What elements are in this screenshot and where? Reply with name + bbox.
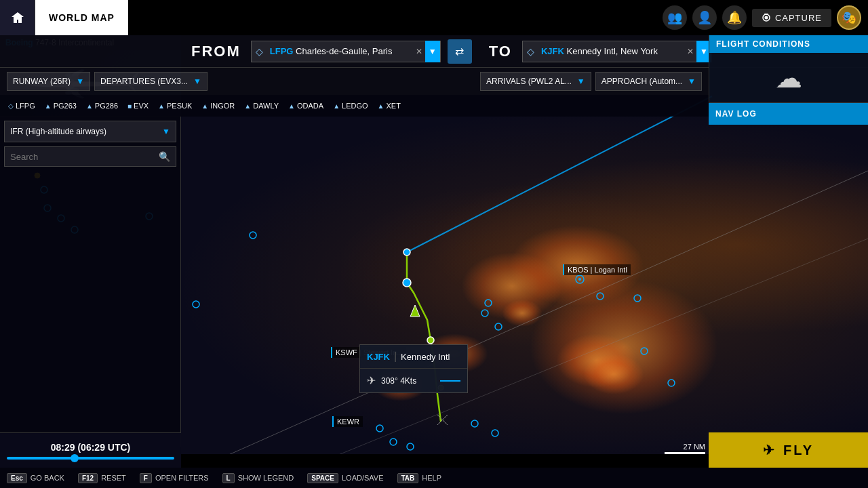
svg-point-32: [641, 348, 648, 354]
world-map-tab[interactable]: WORLD MAP: [35, 0, 128, 35]
waypoint-label: PESUK: [167, 102, 192, 110]
fly-button[interactable]: ✈ FLY: [709, 432, 868, 468]
svg-point-31: [634, 295, 641, 302]
kbos-label: KBOS | Logan Intl: [563, 264, 631, 275]
waypoint-item[interactable]: ▲LEDGO: [329, 100, 372, 111]
hotkey-item: SPACELOAD/SAVE: [307, 473, 383, 483]
search-input[interactable]: [10, 152, 159, 162]
hotkey-label: RESET: [101, 474, 126, 482]
avatar[interactable]: 🎭: [837, 5, 861, 30]
wind-plane-icon: ✈: [367, 374, 376, 387]
hotkey-item: EscGO BACK: [7, 473, 64, 483]
waypoint-label: EVX: [134, 102, 149, 110]
svg-line-7: [136, 171, 868, 454]
time-handle[interactable]: [71, 454, 79, 462]
hotkey-label: SHOW LEGEND: [238, 474, 294, 482]
waypoint-icon: ◇: [8, 102, 14, 110]
cloud-icon: ☁: [775, 62, 802, 94]
waypoint-icon: ▲: [288, 102, 295, 110]
waypoint-item[interactable]: ▲PG263: [41, 100, 81, 111]
waypoint-item[interactable]: ▲PG286: [82, 100, 122, 111]
hotkey-key: F12: [78, 473, 98, 483]
waypoint-icon: ▲: [86, 102, 93, 110]
waypoints-bar: ◇LFPG▲PG263▲PG286■EVX▲PESUK▲INGOR▲DAWLY▲…: [0, 95, 709, 117]
svg-point-36: [407, 443, 414, 450]
svg-line-9: [407, 96, 712, 252]
waypoint-label: PG263: [54, 102, 77, 110]
nm-scale: 27 NM: [665, 443, 705, 454]
hotkey-key: Esc: [7, 473, 27, 483]
popup-name: Kennedy Intl: [401, 352, 450, 362]
svg-point-37: [471, 420, 478, 427]
waypoint-icon: ▲: [201, 102, 208, 110]
topbar: WORLD MAP 👥 👤 🔔 CAPTURE 🎭: [0, 0, 868, 35]
nm-bar: [665, 452, 705, 454]
waypoint-label: XET: [386, 102, 400, 110]
from-dropdown-button[interactable]: ▼: [425, 41, 440, 62]
waypoint-item[interactable]: ▲INGOR: [197, 100, 239, 111]
svg-point-38: [492, 430, 498, 436]
hotkey-label: HELP: [422, 474, 441, 482]
popup-header: KJFK | Kennedy Intl: [360, 345, 467, 369]
waypoint-item[interactable]: ▲PESUK: [154, 100, 196, 111]
flight-conditions-title: FLIGHT CONDITIONS: [709, 35, 868, 53]
swap-airports-button[interactable]: ⇄: [448, 39, 472, 64]
home-button[interactable]: [0, 0, 35, 35]
user-icon-button[interactable]: 👤: [692, 5, 717, 30]
waypoint-label: DAWLY: [253, 102, 279, 110]
waypoint-item[interactable]: ▲ODADA: [284, 100, 328, 111]
waypoint-icon: ▲: [333, 102, 340, 110]
departures-select[interactable]: DEPARTURES (EVX3... ▼: [94, 72, 208, 91]
waypoint-label: INGOR: [210, 102, 235, 110]
svg-point-33: [668, 380, 675, 386]
approach-select[interactable]: APPROACH (Autom... ▼: [595, 72, 702, 91]
arrivals-dropdown-icon: ▼: [577, 77, 585, 86]
hotkey-key: L: [222, 473, 235, 483]
from-waypoint-icon: ◇: [252, 46, 267, 57]
waypoint-icon: ■: [127, 102, 132, 110]
popup-wind: ✈ 308° 4Kts: [360, 369, 467, 392]
hotkey-key: SPACE: [307, 473, 338, 483]
to-airport-field[interactable]: ◇ KJFK Kennedy Intl, New York ✕ ▼: [522, 41, 712, 62]
svg-point-1: [764, 16, 768, 20]
waypoint-item[interactable]: ▲XET: [374, 100, 405, 111]
waypoint-icon: ▲: [378, 102, 384, 110]
svg-point-26: [250, 232, 256, 239]
runway-select[interactable]: RUNWAY (26R) ▼: [7, 72, 90, 91]
waypoint-icon: ▲: [158, 102, 165, 110]
time-bar: 08:29 (06:29 UTC): [0, 432, 181, 468]
waypoint-item[interactable]: ◇LFPG: [4, 100, 39, 111]
bell-icon-button[interactable]: 🔔: [722, 5, 747, 30]
waypoint-item[interactable]: ■EVX: [123, 100, 153, 111]
from-clear-button[interactable]: ✕: [413, 47, 425, 56]
approach-dropdown-icon: ▼: [688, 77, 696, 86]
capture-button[interactable]: CAPTURE: [752, 9, 831, 27]
svg-point-10: [403, 249, 410, 256]
hotkey-key: TAB: [397, 473, 419, 483]
time-slider[interactable]: [7, 457, 174, 460]
hotkey-label: LOAD/SAVE: [342, 474, 384, 482]
hotkey-item: FOPEN FILTERS: [140, 473, 209, 483]
hotkeys-bar: EscGO BACKF12RESETFOPEN FILTERSLSHOW LEG…: [0, 468, 868, 488]
hotkey-key: F: [140, 473, 152, 483]
users-icon-button[interactable]: 👥: [663, 5, 687, 30]
arrivals-select[interactable]: ARRIVALS (PWL2 AL... ▼: [480, 72, 591, 91]
waypoint-icon: ▲: [244, 102, 251, 110]
svg-point-11: [403, 279, 411, 287]
to-waypoint-icon: ◇: [523, 46, 538, 57]
svg-rect-2: [764, 14, 768, 15]
waypoint-item[interactable]: ▲DAWLY: [240, 100, 283, 111]
departures-dropdown-icon: ▼: [193, 77, 201, 86]
from-airport-field[interactable]: ◇ LFPG Charles-de-Gaulle, Paris ✕ ▼: [251, 41, 441, 62]
runway-bar: RUNWAY (26R) ▼ DEPARTURES (EVX3... ▼ ARR…: [0, 68, 709, 95]
hotkey-label: OPEN FILTERS: [155, 474, 209, 482]
nav-log-panel[interactable]: NAV LOG: [709, 103, 868, 125]
hotkey-item: TABHELP: [397, 473, 442, 483]
waypoint-label: LFPG: [16, 102, 35, 110]
airway-select[interactable]: IFR (High-altitude airways) ▼: [4, 121, 176, 142]
airway-dropdown-icon: ▼: [162, 127, 170, 136]
fly-plane-icon: ✈: [763, 442, 776, 458]
from-airport-text: LFPG Charles-de-Gaulle, Paris: [267, 46, 413, 56]
svg-point-34: [376, 425, 383, 432]
to-clear-button[interactable]: ✕: [684, 47, 696, 56]
